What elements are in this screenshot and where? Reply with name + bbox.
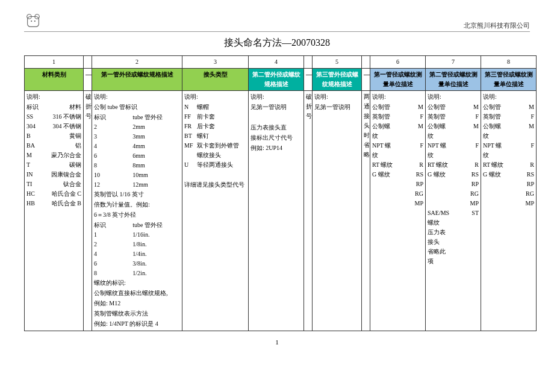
col-num: 3 (182, 56, 249, 69)
logo-bear-icon (24, 12, 42, 30)
cell-dash-a: 破折号 (84, 91, 92, 331)
svg-point-4 (34, 20, 36, 22)
header-dash: — (362, 69, 370, 91)
header-unit3: 第三管径或螺纹测量单位描述 (481, 69, 537, 91)
naming-table: 1 2 3 4 5 6 7 8 材料类别 — 第一管外径或螺纹规格描述 接头类型… (24, 55, 537, 331)
cell-dash-c: 两通接头时省略 (362, 91, 370, 331)
svg-point-3 (31, 20, 32, 22)
col-num: 2 (92, 56, 182, 69)
cell-material: 说明:标识材料SS316 不锈钢304304 不锈钢B黄铜BA铝M蒙乃尔合金T碳… (25, 91, 84, 331)
header-dash: — (84, 69, 92, 91)
page-title: 接头命名方法—20070328 (24, 37, 530, 49)
cell-unit2: 说明:公制管M英制管F公制螺纹MNPT 螺纹FRT 螺纹RG 螺纹RSRPRGM… (426, 91, 481, 331)
cell-unit1: 说明:公制管M英制管F公制螺纹MNPT 螺纹FRT 螺纹RG 螺纹RSRPRGM… (370, 91, 426, 331)
header-dash: — (304, 69, 313, 91)
cell-pipe3: 说明:见第一管说明 (313, 91, 362, 331)
cell-pipe1: 说明:公制 tube 管标识标识tube 管外径22mm33mm44mm66mm… (92, 91, 182, 331)
header-pipe1: 第一管外径或螺纹规格描述 (92, 69, 182, 91)
cell-pipe2: 说明:见第一管说明 压力表接头直接标出尺寸代号例如: 2UP14 (249, 91, 304, 331)
col-num: 1 (25, 56, 84, 69)
cell-unit3: 说明:公制管M英制管F公制螺纹MNPT 螺纹FRT 螺纹RG 螺纹RSRPRGM… (481, 91, 537, 331)
company-name: 北京熊川科技有限公司 (464, 21, 530, 30)
page-number: 1 (24, 338, 530, 346)
col-num: 8 (481, 56, 537, 69)
header-pipe3: 第三管外径或螺纹规格描述 (313, 69, 362, 91)
header-unit2: 第二管径或螺纹测量单位描述 (426, 69, 481, 91)
col-num: 7 (426, 56, 481, 69)
header-unit1: 第一管径或螺纹测量单位描述 (370, 69, 426, 91)
col-num: 5 (313, 56, 362, 69)
col-num: 4 (249, 56, 304, 69)
page-header: 北京熊川科技有限公司 (24, 12, 530, 32)
svg-rect-2 (28, 17, 39, 27)
header-type: 接头类型 (182, 69, 249, 91)
cell-type: 说明:N螺帽FF前卡套FR后卡套BT螺钉MF双卡套到外锥管螺纹接头U等径两通接头… (182, 91, 249, 331)
col-num: 6 (370, 56, 426, 69)
header-material: 材料类别 (25, 69, 84, 91)
header-pipe2: 第二管外径或螺纹规格描述 (249, 69, 304, 91)
cell-dash-b: 破折号 (304, 91, 313, 331)
